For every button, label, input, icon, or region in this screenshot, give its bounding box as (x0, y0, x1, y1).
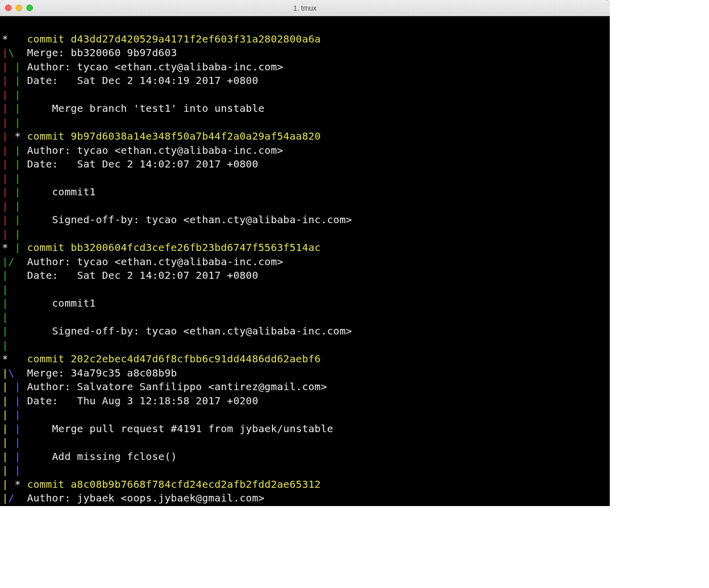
window-title: 1. tmux (0, 4, 610, 12)
terminal-content[interactable]: * commit d43dd27d420529a4171f2ef603f31a2… (0, 16, 610, 506)
terminal-window: 1. tmux * commit d43dd27d420529a4171f2ef… (0, 0, 610, 506)
titlebar: 1. tmux (0, 0, 610, 16)
